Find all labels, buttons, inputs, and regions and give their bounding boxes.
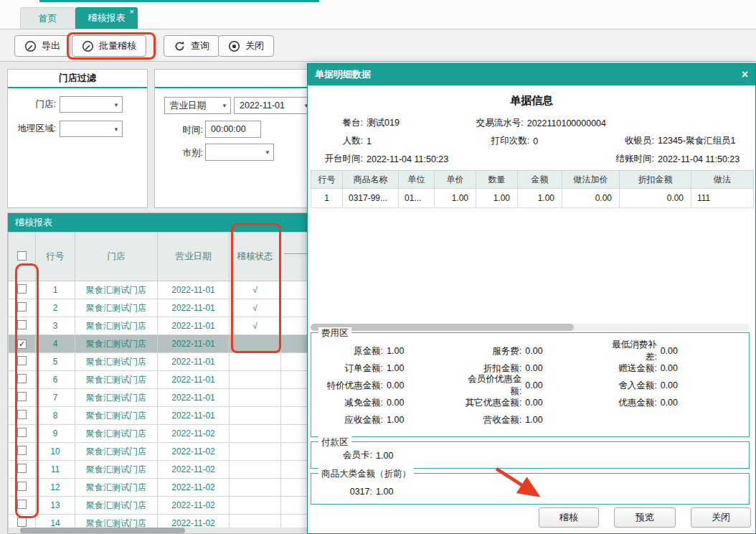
store-filter-panel: 门店过滤 门店: ▼ 地理区域: ▼ bbox=[7, 69, 148, 208]
store-cell: 聚食汇测试门店 bbox=[75, 443, 158, 461]
tab-home-label: 首页 bbox=[39, 12, 57, 25]
col-header-business-date[interactable]: 营业日期 bbox=[158, 233, 230, 281]
tab-close-icon[interactable]: × bbox=[130, 8, 134, 16]
modal-close-icon[interactable]: × bbox=[742, 68, 748, 81]
fee-field: 服务费:0.00 bbox=[457, 345, 603, 357]
payment-section-title: 付款区 bbox=[318, 436, 351, 449]
items-col-header[interactable]: 行号 bbox=[311, 171, 343, 189]
row-checkbox[interactable] bbox=[17, 374, 27, 383]
items-col-header[interactable]: 单价 bbox=[435, 171, 476, 189]
audit-status-cell bbox=[230, 425, 281, 443]
info-field-label: 交易流水号: bbox=[470, 117, 526, 129]
audit-status-cell bbox=[230, 389, 281, 407]
column-divider-dash bbox=[284, 253, 308, 254]
close-toolbar-button[interactable]: 关闭 bbox=[218, 35, 274, 57]
fee-field-label: 订单金额: bbox=[311, 362, 387, 375]
row-checkbox[interactable] bbox=[17, 392, 27, 401]
business-date-cell: 2022-11-02 bbox=[158, 443, 230, 461]
preview-button[interactable]: 预览 bbox=[614, 507, 676, 528]
fee-field: 特价优惠金额:0.00 bbox=[311, 380, 457, 392]
items-col-header[interactable]: 做法加价 bbox=[562, 171, 620, 189]
items-table-row[interactable]: 10317-99...01...1.001.001.000.000.00111 bbox=[311, 189, 754, 208]
fee-grid: 原金额:1.00服务费:0.00最低消费补差:0.00订单金额:1.00折扣金额… bbox=[311, 333, 749, 428]
time-input[interactable]: 00:00:00 bbox=[205, 121, 261, 138]
info-field-label: 结账时间: bbox=[606, 153, 658, 165]
audit-status-cell bbox=[230, 335, 281, 353]
items-col-header[interactable]: 商品名称 bbox=[343, 171, 399, 189]
items-cell: 1.00 bbox=[435, 189, 476, 208]
fee-field-value: 1.00 bbox=[525, 415, 542, 425]
row-checkbox[interactable] bbox=[17, 302, 27, 312]
row-checkbox[interactable] bbox=[17, 464, 27, 473]
col-header-audit-status[interactable]: 稽核状态 bbox=[230, 233, 281, 281]
business-date-cell: 2022-11-01 bbox=[158, 299, 230, 317]
audit-status-cell bbox=[230, 353, 281, 371]
shift-select[interactable]: ▼ bbox=[205, 144, 274, 161]
items-cell: 1.00 bbox=[476, 189, 518, 208]
items-col-header[interactable]: 数量 bbox=[476, 171, 518, 189]
row-checkbox[interactable] bbox=[17, 320, 27, 329]
row-no-cell: 4 bbox=[36, 335, 75, 353]
row-checkbox[interactable] bbox=[17, 500, 27, 509]
tab-home[interactable]: 首页 bbox=[20, 7, 75, 29]
audit-button[interactable]: 稽核 bbox=[539, 507, 599, 528]
batch-audit-button[interactable]: 批量稽核 bbox=[72, 35, 146, 57]
chevron-down-icon: ▼ bbox=[113, 126, 119, 133]
row-checkbox[interactable] bbox=[17, 356, 27, 365]
fee-section-title: 费用区 bbox=[318, 327, 351, 339]
tab-audit-report[interactable]: 稽核报表 × bbox=[75, 7, 138, 29]
fee-field-label: 应收金额: bbox=[311, 414, 387, 426]
store-cell: 聚食汇测试门店 bbox=[75, 353, 158, 371]
business-date-type-select[interactable]: 营业日期 ▼ bbox=[164, 97, 231, 114]
info-field: 打印次数:0 bbox=[470, 135, 606, 147]
row-no-cell: 1 bbox=[36, 281, 75, 299]
business-date-cell: 2022-11-01 bbox=[158, 353, 230, 371]
detail-modal: 单据明细数据 × 单据信息 餐台:测试019交易流水号:202211010000… bbox=[307, 63, 756, 534]
fee-field-value: 0.00 bbox=[387, 398, 404, 408]
row-checkbox[interactable] bbox=[17, 284, 27, 294]
info-field: 开台时间:2022-11-04 11:50:23 bbox=[312, 153, 470, 165]
info-field-value: 2022110100000004 bbox=[527, 118, 606, 128]
items-col-header[interactable]: 做法 bbox=[691, 171, 754, 189]
fee-field-label: 最低消费补差: bbox=[603, 339, 661, 363]
modal-close-button[interactable]: 关闭 bbox=[691, 507, 751, 528]
audit-hscrollbar-thumb[interactable] bbox=[20, 528, 185, 533]
fee-field-label: 优惠金额: bbox=[603, 397, 661, 409]
items-col-header[interactable]: 金额 bbox=[518, 171, 562, 189]
select-all-checkbox[interactable] bbox=[17, 251, 27, 261]
col-header-row-no[interactable]: 行号 bbox=[36, 233, 75, 281]
info-field: 人数:1 bbox=[312, 135, 470, 147]
info-field: 交易流水号:2022110100000004 bbox=[470, 117, 606, 129]
items-col-header[interactable]: 单位 bbox=[399, 171, 435, 189]
category-field-label: 0317: bbox=[311, 487, 376, 497]
fee-field: 优惠金额:0.00 bbox=[603, 397, 749, 409]
stop-circle-icon bbox=[228, 40, 240, 52]
row-checkbox[interactable] bbox=[17, 410, 27, 419]
info-field-label: 收银员: bbox=[606, 135, 658, 147]
store-select[interactable]: ▼ bbox=[60, 96, 123, 113]
export-button[interactable]: 导出 bbox=[14, 35, 70, 57]
row-checkbox[interactable] bbox=[17, 446, 27, 455]
row-checkbox[interactable] bbox=[17, 517, 27, 527]
items-col-header[interactable]: 折扣金额 bbox=[620, 171, 691, 189]
batch-audit-icon bbox=[82, 40, 94, 52]
row-checkbox[interactable]: ✓ bbox=[17, 339, 27, 349]
items-hscrollbar[interactable] bbox=[311, 324, 750, 331]
items-header-row: 行号商品名称单位单价数量金额做法加价折扣金额做法 bbox=[311, 171, 754, 189]
audit-status-cell bbox=[230, 407, 281, 425]
row-checkbox[interactable] bbox=[17, 428, 27, 437]
region-label: 地理区域: bbox=[8, 123, 60, 135]
modal-title: 单据明细数据 bbox=[315, 68, 371, 81]
query-label: 查询 bbox=[191, 39, 209, 52]
query-button[interactable]: 查询 bbox=[164, 35, 219, 57]
checkbox-cell bbox=[9, 371, 36, 389]
row-checkbox[interactable] bbox=[17, 482, 27, 491]
audit-status-cell bbox=[230, 371, 281, 389]
region-select[interactable]: ▼ bbox=[60, 121, 123, 137]
date-input[interactable]: 2022-11-01 ▼ bbox=[234, 97, 313, 114]
business-date-cell: 2022-11-01 bbox=[158, 371, 230, 389]
col-header-store[interactable]: 门店 bbox=[75, 233, 158, 281]
business-date-cell: 2022-11-02 bbox=[158, 479, 230, 497]
fee-field-label: 营收金额: bbox=[457, 414, 525, 426]
store-cell: 聚食汇测试门店 bbox=[75, 407, 158, 425]
